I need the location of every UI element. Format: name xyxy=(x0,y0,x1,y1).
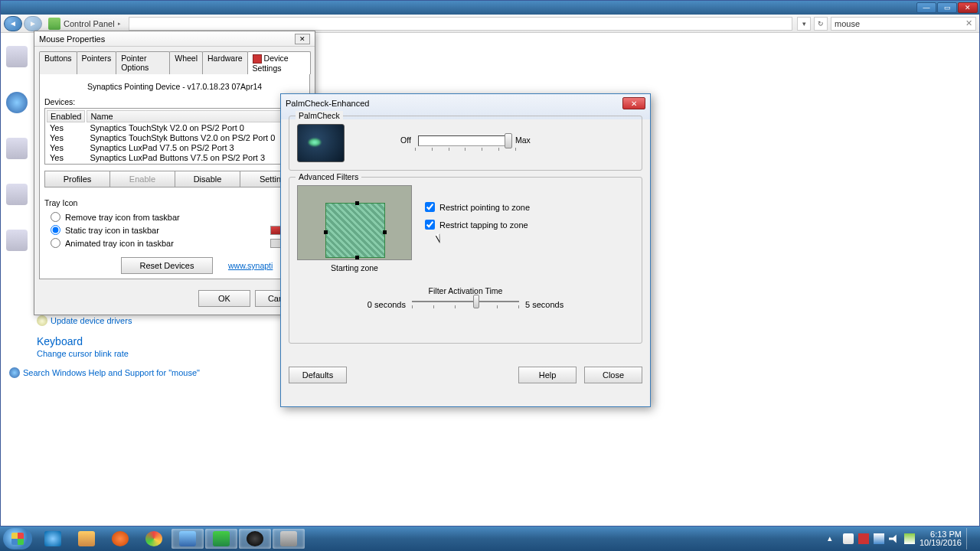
zone-rect[interactable] xyxy=(325,203,385,258)
tab-hardware[interactable]: Hardware xyxy=(202,51,248,74)
slider-thumb[interactable] xyxy=(505,133,512,148)
mouse-properties-close-button[interactable]: ✕ xyxy=(295,34,310,44)
nav-back-button[interactable]: ◄ xyxy=(4,16,22,31)
synaptics-icon xyxy=(270,226,281,235)
address-dropdown-button[interactable]: ▾ xyxy=(797,17,811,31)
taskbar-chrome[interactable] xyxy=(138,529,170,549)
synaptics-link[interactable]: www.synapti xyxy=(228,261,273,270)
fat-min-label: 0 seconds xyxy=(368,300,406,309)
palmcheck-group: PalmCheck Off Max xyxy=(289,116,642,171)
show-desktop-button[interactable] xyxy=(966,528,972,549)
taskbar: ▴ 6:13 PM 10/19/2016 xyxy=(0,527,980,551)
fat-slider[interactable] xyxy=(412,301,519,302)
profiles-button[interactable]: Profiles xyxy=(44,171,110,187)
tray-flag-icon[interactable] xyxy=(843,533,854,544)
touchpad-preview-icon xyxy=(297,124,345,162)
window-close-button[interactable]: ✕ xyxy=(958,2,978,13)
refresh-button[interactable]: ↻ xyxy=(814,17,828,31)
tray-volume-icon[interactable] xyxy=(889,533,900,544)
nav-forward-button[interactable]: ► xyxy=(24,16,42,31)
device-category-icon xyxy=(6,92,28,113)
tray-up-icon[interactable]: ▴ xyxy=(828,533,838,544)
checkbox-input[interactable] xyxy=(425,220,435,230)
clock[interactable]: 6:13 PM 10/19/2016 xyxy=(920,530,962,547)
address-bar[interactable] xyxy=(129,17,792,31)
taskbar-control-panel[interactable] xyxy=(172,529,204,549)
close-dialog-button[interactable]: Close xyxy=(584,367,642,383)
filter-activation-group: Filter Activation Time 0 seconds 5 secon… xyxy=(297,286,634,309)
fat-slider-thumb[interactable] xyxy=(473,295,479,308)
tab-device-settings[interactable]: Device Settings xyxy=(247,51,311,74)
keyboard-link[interactable]: Keyboard xyxy=(37,335,132,347)
minimize-button[interactable]: — xyxy=(916,2,936,13)
slider-off-label: Off xyxy=(400,135,411,145)
table-row[interactable]: YesSynaptics LuxPad Buttons V7.5 on PS/2… xyxy=(47,154,302,162)
tray-synaptics-icon[interactable] xyxy=(858,533,869,544)
tab-wheel[interactable]: Wheel xyxy=(169,51,203,74)
search-input[interactable] xyxy=(835,19,965,28)
advanced-filters-group: Advanced Filters Starting zone Restrict … xyxy=(289,177,642,344)
control-panel-icon xyxy=(48,18,60,30)
breadcrumb[interactable]: Control Panel ▸ xyxy=(48,18,124,30)
palmcheck-title: PalmCheck-Enhanced xyxy=(286,99,622,108)
taskbar-app2[interactable] xyxy=(205,529,237,549)
mouse-properties-title: Mouse Properties xyxy=(39,34,295,44)
driver-version-text: Synaptics Pointing Device - v17.0.18.23 … xyxy=(44,82,305,91)
slider-ticks xyxy=(415,148,516,151)
clear-search-button[interactable]: ✕ xyxy=(965,18,972,28)
palmcheck-slider[interactable] xyxy=(418,135,508,146)
radio-input[interactable] xyxy=(51,238,60,248)
maximize-button[interactable]: ▭ xyxy=(937,2,957,13)
ok-button[interactable]: OK xyxy=(198,290,250,307)
palmcheck-close-button[interactable]: ✕ xyxy=(622,97,645,109)
devices-table[interactable]: Enabled Name YesSynaptics TouchStyk V2.0… xyxy=(44,108,305,165)
tray-network-icon[interactable] xyxy=(874,533,884,544)
palmcheck-dialog: PalmCheck-Enhanced ✕ PalmCheck Off Max A… xyxy=(280,93,651,407)
help-button[interactable]: Help xyxy=(518,367,577,383)
help-icon xyxy=(9,367,20,378)
defaults-button[interactable]: Defaults xyxy=(289,367,347,383)
palmcheck-buttons: Defaults Help Close xyxy=(289,367,642,383)
restrict-tapping-checkbox[interactable]: Restrict tapping to zone xyxy=(425,220,530,230)
start-button[interactable] xyxy=(3,528,32,549)
radio-input[interactable] xyxy=(51,212,60,222)
enable-button: Enable xyxy=(109,171,175,187)
col-name: Name xyxy=(87,110,302,122)
radio-label: Static tray icon in taskbar xyxy=(65,226,159,235)
slider-max-label: Max xyxy=(515,135,531,145)
taskbar-explorer[interactable] xyxy=(70,529,103,549)
zone-caption: Starting zone xyxy=(297,263,412,272)
tray-power-icon[interactable] xyxy=(904,533,915,544)
table-row[interactable]: YesSynaptics LuxPad V7.5 on PS/2 Port 3 xyxy=(47,144,302,152)
disable-button[interactable]: Disable xyxy=(175,171,240,187)
help-search-link[interactable]: Search Windows Help and Support for "mou… xyxy=(23,368,200,377)
palmcheck-slider-area: Off Max xyxy=(400,135,531,151)
radio-input[interactable] xyxy=(51,225,60,235)
restrict-pointing-checkbox[interactable]: Restrict pointing to zone xyxy=(425,202,530,212)
update-drivers-link[interactable]: Update device drivers xyxy=(51,316,132,325)
blink-rate-link[interactable]: Change cursor blink rate xyxy=(37,349,132,358)
palmcheck-titlebar: PalmCheck-Enhanced ✕ xyxy=(281,94,650,112)
tray-animated-radio[interactable]: Animated tray icon in taskbar 4:20 xyxy=(44,236,305,249)
touchpad-icon xyxy=(270,239,281,248)
mouse-category-icon xyxy=(6,46,28,67)
taskbar-wmp[interactable] xyxy=(104,529,136,549)
table-row[interactable]: YesSynaptics TouchStyk Buttons V2.0 on P… xyxy=(47,134,302,142)
bulb-icon xyxy=(37,315,47,326)
device-buttons: Profiles Enable Disable Setting xyxy=(44,171,305,187)
tray-static-radio[interactable]: Static tray icon in taskbar 4:20 xyxy=(44,223,305,236)
col-enabled: Enabled xyxy=(47,110,85,122)
zone-editor[interactable] xyxy=(297,185,412,260)
tab-pointer-options[interactable]: Pointer Options xyxy=(116,51,170,74)
checkbox-input[interactable] xyxy=(425,202,435,212)
tab-buttons[interactable]: Buttons xyxy=(39,51,77,74)
tray-remove-radio[interactable]: Remove tray icon from taskbar 4:20 xyxy=(44,210,305,223)
taskbar-obs[interactable] xyxy=(239,529,271,549)
radio-label: Remove tray icon from taskbar xyxy=(65,213,180,222)
table-row[interactable]: YesSynaptics TouchStyk V2.0 on PS/2 Port… xyxy=(47,124,302,132)
taskbar-ie[interactable] xyxy=(37,529,69,549)
reset-devices-button[interactable]: Reset Devices xyxy=(121,257,213,274)
search-box[interactable]: ✕ xyxy=(831,17,976,31)
taskbar-app4[interactable] xyxy=(273,529,305,549)
tab-pointers[interactable]: Pointers xyxy=(77,51,117,74)
